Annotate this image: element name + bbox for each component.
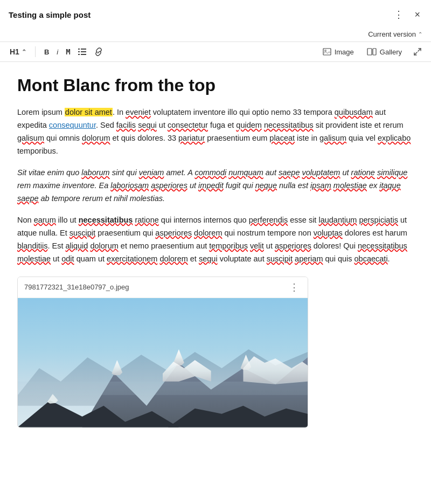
spell-check-word: laborum — [81, 168, 109, 177]
list-button[interactable] — [75, 46, 90, 58]
heading-chevron-icon: ⌃ — [22, 49, 26, 56]
spell-check-word: numquam — [228, 168, 263, 177]
spell-check-word: commodi — [194, 168, 226, 177]
spell-check-word: dolorum — [90, 241, 118, 250]
version-selector[interactable]: Current version ⌃ — [368, 30, 422, 38]
gallery-button[interactable]: Gallery — [363, 46, 406, 58]
spell-check-word: earum — [34, 216, 56, 224]
title-bar-actions: ⋮ × — [392, 8, 422, 22]
spell-check-word: aliquid — [65, 241, 88, 250]
spell-check-word: laboriosam — [110, 181, 149, 190]
spell-check-word: itaque — [379, 181, 401, 190]
text-format-group: B i M — [41, 45, 106, 58]
spell-check-word: aperiam — [295, 254, 323, 263]
spell-check-word: temporibus — [209, 241, 248, 250]
spell-check-word: quidem — [236, 121, 262, 129]
mountain-image — [18, 298, 308, 427]
spell-check-word: saepe — [279, 168, 300, 177]
expand-button[interactable] — [411, 46, 425, 58]
spell-check-word: dolorem — [194, 229, 222, 237]
spell-check-word: pariatur — [178, 134, 205, 142]
mono-button[interactable]: M — [62, 45, 73, 58]
title-bar: Testing a simple post ⋮ × — [0, 0, 431, 27]
spell-check-word: saepe — [17, 194, 39, 203]
spell-check-word: ratione — [135, 216, 158, 224]
spell-check-word: suscipit — [267, 254, 293, 263]
paragraph-2: Sit vitae enim quo laborum sint qui veni… — [17, 167, 414, 205]
spell-check-word: laudantium — [318, 216, 357, 224]
svg-rect-23 — [18, 381, 308, 395]
window-title: Testing a simple post — [9, 10, 91, 19]
spell-check-word: perspiciatis — [359, 216, 398, 224]
version-chevron-icon: ⌃ — [418, 31, 422, 37]
mountain-svg — [18, 298, 308, 427]
svg-rect-9 — [373, 49, 376, 55]
bold-button[interactable]: B — [41, 46, 52, 58]
spell-check-word: veniam — [139, 168, 164, 177]
link-consequuntur[interactable]: consequuntur — [49, 121, 96, 129]
spell-check-word: impedit — [198, 181, 224, 190]
spell-check-word: asperiores — [275, 241, 311, 250]
expand-icon — [414, 48, 421, 56]
gallery-icon — [367, 48, 377, 56]
post-title[interactable]: Mont Blanc from the top — [17, 75, 414, 95]
paragraph-3: Non earum illo ut necessitatibus ratione… — [17, 214, 414, 266]
spell-check-word: necessitatibus — [358, 241, 407, 250]
spell-check-word: perferendis — [249, 216, 288, 224]
heading-selector[interactable]: H1 ⌃ — [6, 45, 30, 58]
heading-label: H1 — [10, 47, 19, 56]
highlighted-text: dolor sit amet — [65, 108, 113, 116]
image-block-header: 7981772321_31e18e0797_o.jpeg ⋮ — [18, 277, 308, 298]
list-icon — [78, 48, 87, 56]
more-options-button[interactable]: ⋮ — [392, 8, 406, 22]
image-block: 7981772321_31e18e0797_o.jpeg ⋮ — [17, 277, 308, 428]
svg-rect-4 — [78, 54, 80, 55]
spell-check-word: ipsam — [310, 181, 331, 190]
spell-check-word: molestiae — [17, 254, 51, 263]
paragraph-1: Lorem ipsum dolor sit amet. In eveniet v… — [17, 106, 414, 158]
version-label-text: Current version — [368, 30, 416, 38]
italic-button[interactable]: i — [53, 46, 61, 58]
svg-rect-5 — [81, 54, 86, 55]
spell-check-word: consectetur — [168, 121, 208, 129]
spell-check-word: dolorem — [159, 254, 187, 263]
spell-check-word: eveniet — [126, 108, 151, 116]
spell-check-word: placeat — [269, 134, 295, 142]
spell-check-word: voluptatem — [302, 168, 340, 177]
link-icon — [94, 47, 103, 56]
image-button-label: Image — [335, 48, 354, 56]
content-area: Mont Blanc from the top Lorem ipsum dolo… — [0, 62, 431, 441]
spell-check-word: molestiae — [333, 181, 367, 190]
spell-check-word: galisum — [319, 134, 346, 142]
spell-check-word: obcaecati — [354, 254, 388, 263]
spell-check-word: quibusdam — [335, 108, 373, 116]
gallery-button-label: Gallery — [380, 48, 402, 56]
spell-check-word: necessitatibus — [79, 216, 133, 224]
svg-rect-2 — [78, 51, 80, 52]
svg-rect-8 — [367, 49, 372, 55]
svg-rect-6 — [323, 49, 331, 55]
image-filename: 7981772321_31e18e0797_o.jpeg — [24, 283, 129, 291]
svg-rect-3 — [81, 51, 86, 52]
editor-toolbar: H1 ⌃ B i M — [0, 42, 431, 62]
spell-check-word: exercitationem — [107, 254, 157, 263]
svg-rect-0 — [78, 49, 80, 50]
image-menu-button[interactable]: ⋮ — [287, 281, 301, 293]
spell-check-word: facilis — [116, 121, 136, 129]
spell-check-word: blanditiis — [17, 241, 47, 250]
spell-check-word: suscipit — [69, 229, 95, 237]
spell-check-word: necessitatibus — [264, 121, 314, 129]
toolbar-divider-1 — [35, 46, 36, 57]
image-button[interactable]: Image — [318, 46, 358, 58]
spell-check-word: odit — [61, 254, 74, 263]
version-bar: Current version ⌃ — [0, 27, 431, 42]
image-icon — [323, 48, 331, 56]
close-button[interactable]: × — [412, 8, 422, 22]
link-button[interactable] — [91, 45, 106, 58]
spell-check-word: galisum — [17, 134, 44, 142]
spell-check-word: sequi — [199, 254, 218, 263]
svg-rect-1 — [81, 49, 86, 50]
spell-check-word: velit — [250, 241, 264, 250]
toolbar-right-group: Image Gallery — [318, 46, 425, 58]
spell-check-word: asperiores — [155, 229, 192, 237]
